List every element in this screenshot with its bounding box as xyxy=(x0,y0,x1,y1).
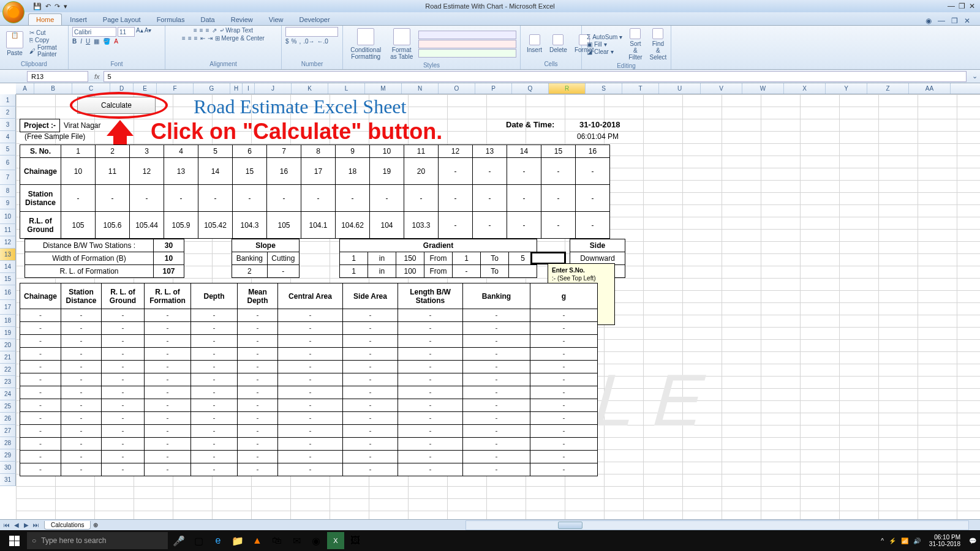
dec-decimal-icon[interactable]: ←.0 xyxy=(317,38,328,45)
inc-decimal-icon[interactable]: .0→ xyxy=(303,38,314,45)
horizontal-scrollbar[interactable] xyxy=(466,520,969,530)
restore-icon[interactable]: ❐ xyxy=(951,17,958,25)
tray-notifications-icon[interactable]: 💬 xyxy=(969,538,976,544)
italic-button[interactable]: I xyxy=(80,38,82,45)
row-headers[interactable]: 1234567891011121314151617181920212223242… xyxy=(0,94,16,486)
autosum-button[interactable]: Σ AutoSum ▾ xyxy=(586,34,624,40)
paste-button[interactable]: 📋Paste xyxy=(4,30,26,58)
copy-button[interactable]: ⎘ Copy xyxy=(28,37,64,43)
tray-volume-icon[interactable]: 🔊 xyxy=(913,538,921,544)
explorer-icon[interactable]: 📁 xyxy=(229,532,246,549)
sort-filter-button[interactable]: Sort & Filter xyxy=(626,27,644,62)
comma-icon[interactable]: , xyxy=(299,38,301,45)
photos-icon[interactable]: 🖼 xyxy=(347,532,364,549)
slope-table[interactable]: Slope BankingCutting 2- xyxy=(232,239,300,278)
align-bot-icon[interactable]: ≡ xyxy=(206,27,209,34)
indent-dec-icon[interactable]: ⇤ xyxy=(200,35,205,42)
wrap-text-button[interactable]: ⤶ Wrap Text xyxy=(219,27,253,34)
expand-formula-icon[interactable]: ⌄ xyxy=(969,72,980,80)
shrink-font-icon[interactable]: A▾ xyxy=(145,27,152,37)
font-size-select[interactable]: 11 xyxy=(118,27,135,37)
office-orb[interactable]: 🟠 xyxy=(2,1,24,23)
active-cell[interactable] xyxy=(530,252,566,264)
orientation-icon[interactable]: ⇗ xyxy=(212,27,217,34)
format-table-button[interactable]: Format as Table xyxy=(387,27,416,61)
tray-wifi-icon[interactable]: 📶 xyxy=(901,538,908,544)
next-sheet-icon[interactable]: ▶ xyxy=(22,522,31,528)
percent-icon[interactable]: % xyxy=(292,38,297,45)
tray-clock[interactable]: 06:10 PM31-10-2018 xyxy=(925,534,964,547)
column-headers[interactable]: ABCDEFGHIJKLMNOPQRSTUVWXYZAA xyxy=(16,83,980,94)
grow-font-icon[interactable]: A▴ xyxy=(136,27,143,37)
formula-input[interactable]: 5 xyxy=(104,71,967,82)
task-view-icon[interactable]: ▢ xyxy=(190,532,207,549)
find-select-button[interactable]: Find & Select xyxy=(647,27,669,62)
cell-style-3[interactable] xyxy=(418,49,516,58)
save-icon[interactable]: 💾 xyxy=(33,2,42,10)
sheet-tab-calculations[interactable]: Calculations xyxy=(44,521,91,530)
maximize-icon[interactable]: ❐ xyxy=(959,2,965,10)
help-icon[interactable]: ◉ xyxy=(925,17,932,25)
number-format-select[interactable] xyxy=(285,27,338,37)
bold-button[interactable]: B xyxy=(72,38,77,45)
align-mid-icon[interactable]: ≡ xyxy=(200,27,203,34)
font-color-icon[interactable]: A xyxy=(114,38,118,45)
cortana-icon[interactable]: 🎤 xyxy=(170,532,187,549)
worksheet-grid[interactable]: ABCDEFGHIJKLMNOPQRSTUVWXYZAA 12345678910… xyxy=(0,83,980,524)
close-doc-icon[interactable]: ✕ xyxy=(964,17,970,25)
start-button[interactable] xyxy=(4,532,24,549)
font-name-select[interactable]: Calibri xyxy=(72,27,116,37)
result-table[interactable]: ChainageStationDistanceR. L. ofGroundR. … xyxy=(20,283,598,476)
underline-button[interactable]: U xyxy=(86,38,90,45)
excel-icon[interactable]: X xyxy=(327,532,344,549)
close-icon[interactable]: ✕ xyxy=(969,2,975,10)
insert-cells-button[interactable]: Insert xyxy=(524,33,545,54)
redo-icon[interactable]: ↷ xyxy=(55,2,60,10)
fx-icon[interactable]: fx xyxy=(91,73,104,80)
tab-view[interactable]: View xyxy=(261,13,292,25)
minimize-icon[interactable]: — xyxy=(948,2,955,10)
indent-inc-icon[interactable]: ⇥ xyxy=(208,35,213,42)
fill-button[interactable]: ▣ Fill ▾ xyxy=(586,41,624,48)
chrome-icon[interactable]: ◉ xyxy=(307,532,325,549)
store-icon[interactable]: 🛍 xyxy=(268,532,285,549)
align-right-icon[interactable]: ≡ xyxy=(194,35,198,42)
tab-page-layout[interactable]: Page Layout xyxy=(95,13,149,25)
fill-color-icon[interactable]: 🪣 xyxy=(103,38,110,45)
name-box[interactable]: R13 xyxy=(27,71,88,82)
gradient-table[interactable]: Gradient 1in150From1To5 1in100From-To xyxy=(339,239,537,278)
first-sheet-icon[interactable]: ⏮ xyxy=(2,522,11,528)
border-icon[interactable]: ▦ xyxy=(94,38,99,45)
currency-icon[interactable]: $ xyxy=(285,38,289,45)
align-center-icon[interactable]: ≡ xyxy=(188,35,192,42)
format-painter-button[interactable]: 🖌 Format Painter xyxy=(28,44,64,58)
cond-format-button[interactable]: Conditional Formatting xyxy=(347,27,385,61)
tab-formulas[interactable]: Formulas xyxy=(149,13,193,25)
cell-style-2[interactable] xyxy=(418,40,516,48)
prev-sheet-icon[interactable]: ◀ xyxy=(12,522,21,528)
tray-battery-icon[interactable]: ⚡ xyxy=(889,538,896,544)
align-top-icon[interactable]: ≡ xyxy=(194,27,197,34)
calculate-button[interactable]: Calculate xyxy=(77,97,156,114)
undo-icon[interactable]: ↶ xyxy=(45,2,51,10)
tab-home[interactable]: Home xyxy=(28,13,62,25)
clear-button[interactable]: ◪ Clear ▾ xyxy=(586,48,624,55)
new-sheet-icon[interactable]: ⊕ xyxy=(93,522,98,528)
min-ribbon-icon[interactable]: — xyxy=(938,17,945,25)
main-data-table[interactable]: S. No.12345678910111213141516Chainage101… xyxy=(20,144,610,239)
merge-center-button[interactable]: ⊞ Merge & Center xyxy=(215,35,265,42)
qat-dropdown-icon[interactable]: ▾ xyxy=(64,2,67,10)
cut-button[interactable]: ✂ Cut xyxy=(28,29,64,36)
taskbar-search[interactable]: ○Type here to search xyxy=(27,532,168,549)
align-left-icon[interactable]: ≡ xyxy=(182,35,186,42)
cell-style-1[interactable] xyxy=(418,31,516,39)
delete-cells-button[interactable]: Delete xyxy=(547,33,570,54)
mail-icon[interactable]: ✉ xyxy=(288,532,305,549)
tray-up-icon[interactable]: ^ xyxy=(881,538,884,544)
last-sheet-icon[interactable]: ⏭ xyxy=(32,522,40,528)
tab-review[interactable]: Review xyxy=(223,13,261,25)
edge-icon[interactable]: e xyxy=(209,532,227,549)
tab-developer[interactable]: Developer xyxy=(291,13,337,25)
params-table[interactable]: Distance B/W Two Stations :30 Width of F… xyxy=(24,239,184,278)
tab-data[interactable]: Data xyxy=(192,13,222,25)
